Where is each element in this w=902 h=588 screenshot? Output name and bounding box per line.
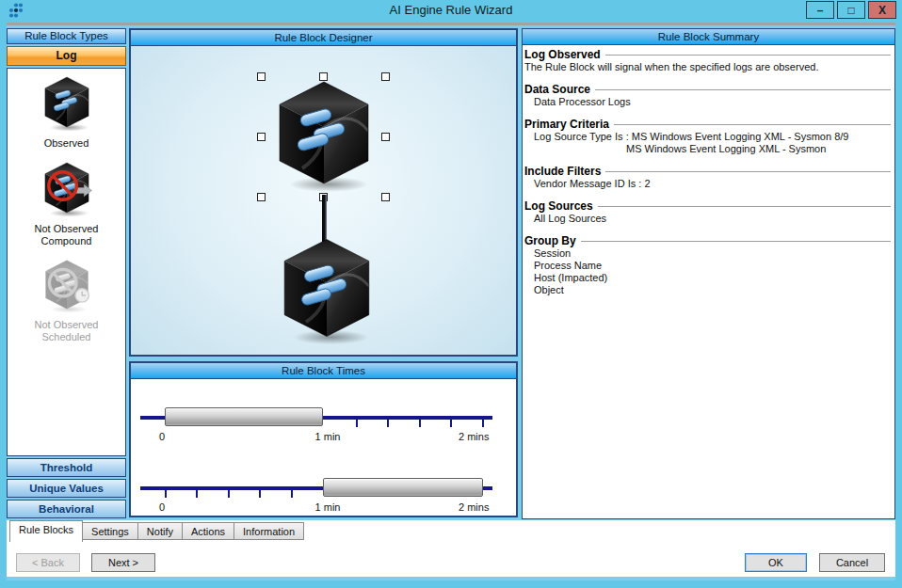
maximize-button[interactable]: □ bbox=[837, 1, 865, 19]
wizard-tabstrip: Rule Blocks Settings Notify Actions Info… bbox=[9, 520, 304, 542]
summary-section-group-by: Group By Session Process Name Host (Impa… bbox=[524, 234, 891, 296]
rule-block-summary-panel: Rule Block Summary Log Observed The Rule… bbox=[522, 28, 895, 519]
rule-block-types-header: Rule Block Types bbox=[7, 28, 126, 44]
selection-handle[interactable] bbox=[257, 133, 266, 141]
summary-body: Log Observed The Rule Block will signal … bbox=[523, 45, 894, 518]
scale-label-2mins: 2 mins bbox=[459, 431, 489, 442]
rule-block-times-panel: Rule Block Times 0 1 min 2 mins 0 1 min … bbox=[129, 361, 518, 517]
type-item-observed[interactable]: Observed bbox=[37, 72, 97, 150]
summary-section-data-source: Data Source Data Processor Logs bbox=[524, 83, 891, 108]
ai-engine-rule-wizard-window: AI Engine Rule Wizard – □ X Rule Block T… bbox=[0, 0, 902, 588]
summary-section-log-sources: Log Sources All Log Sources bbox=[524, 199, 891, 225]
minimize-button[interactable]: – bbox=[806, 1, 834, 19]
tab-rule-blocks[interactable]: Rule Blocks bbox=[9, 520, 83, 542]
category-unique-values-button[interactable]: Unique Values bbox=[7, 479, 126, 498]
back-button: < Back bbox=[16, 553, 80, 572]
close-button[interactable]: X bbox=[868, 1, 896, 19]
summary-section-log-observed: Log Observed The Rule Block will signal … bbox=[524, 48, 891, 73]
selection-handle[interactable] bbox=[381, 72, 390, 81]
slider-ticks bbox=[165, 490, 294, 498]
category-threshold-button[interactable]: Threshold bbox=[7, 458, 126, 477]
rule-block-summary-header: Rule Block Summary bbox=[523, 29, 894, 45]
log-observed-cube-icon bbox=[37, 72, 97, 133]
time-slider-1: 0 1 min 2 mins bbox=[131, 378, 516, 444]
type-item-not-observed-scheduled: Not Observed Scheduled bbox=[35, 256, 99, 343]
window-title: AI Engine Rule Wizard bbox=[0, 3, 902, 17]
time-slider-2: 0 1 min 2 mins bbox=[131, 449, 516, 515]
selection-handle[interactable] bbox=[381, 193, 390, 201]
scale-label-0: 0 bbox=[159, 501, 165, 513]
category-log-button[interactable]: Log bbox=[7, 46, 126, 66]
not-observed-scheduled-cube-icon bbox=[38, 256, 96, 314]
bottom-bar: Rule Blocks Settings Notify Actions Info… bbox=[7, 520, 895, 577]
rule-block-type-list: Observed Not Observed Compound Not Obser… bbox=[7, 68, 126, 456]
selection-handle[interactable] bbox=[257, 193, 266, 201]
scale-label-1min: 1 min bbox=[306, 431, 349, 442]
rule-block-times-header: Rule Block Times bbox=[131, 363, 516, 379]
slider-ticks bbox=[356, 420, 485, 427]
rule-block-designer-panel: Rule Block Designer bbox=[129, 28, 518, 357]
scale-label-0: 0 bbox=[159, 431, 165, 442]
designer-canvas[interactable] bbox=[131, 46, 516, 355]
not-observed-compound-cube-icon bbox=[37, 158, 97, 218]
type-item-not-observed-compound[interactable]: Not Observed Compound bbox=[35, 158, 99, 247]
rule-block-1-cube[interactable] bbox=[263, 72, 385, 195]
slider-range-handle[interactable] bbox=[323, 478, 483, 497]
slider-range-handle[interactable] bbox=[165, 407, 323, 426]
selection-handle[interactable] bbox=[381, 133, 390, 141]
titlebar[interactable]: AI Engine Rule Wizard – □ X bbox=[0, 0, 902, 21]
category-behavioral-button[interactable]: Behavioral bbox=[7, 500, 126, 518]
selection-handle[interactable] bbox=[257, 72, 266, 81]
tab-notify[interactable]: Notify bbox=[138, 522, 183, 540]
next-button[interactable]: Next > bbox=[91, 553, 155, 572]
summary-section-primary-criteria: Primary Criteria Log Source Type Is : MS… bbox=[524, 118, 891, 155]
selection-handle[interactable] bbox=[319, 72, 328, 81]
tab-information[interactable]: Information bbox=[234, 522, 304, 540]
rule-block-designer-header: Rule Block Designer bbox=[131, 30, 516, 46]
scale-label-1min: 1 min bbox=[306, 501, 349, 513]
rule-block-2-cube[interactable] bbox=[268, 230, 385, 347]
scale-label-2mins: 2 mins bbox=[459, 501, 489, 513]
tab-actions[interactable]: Actions bbox=[183, 522, 234, 540]
summary-section-include-filters: Include Filters Vendor Message ID Is : 2 bbox=[524, 165, 891, 190]
tab-settings[interactable]: Settings bbox=[83, 522, 138, 540]
ok-button[interactable]: OK bbox=[745, 553, 807, 572]
cancel-button[interactable]: Cancel bbox=[819, 553, 885, 572]
